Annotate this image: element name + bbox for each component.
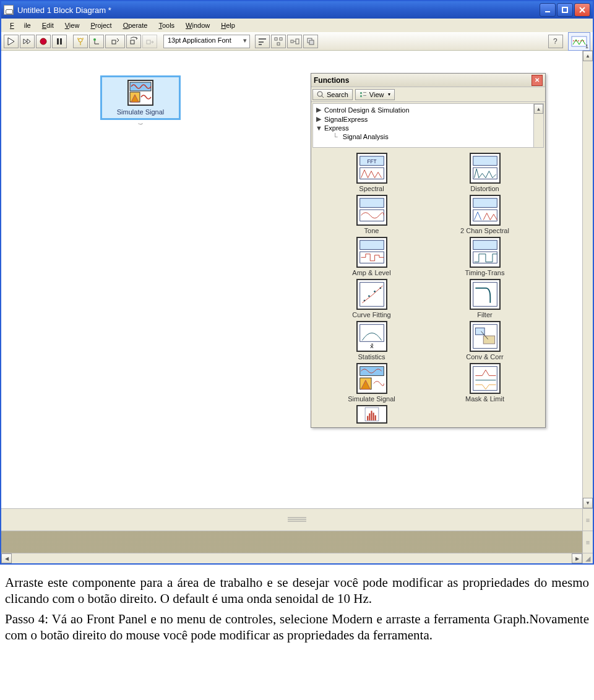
- scroll-left-arrow[interactable]: ◀: [1, 553, 12, 563]
- expand-chevron-icon[interactable]: ︾: [100, 121, 181, 129]
- svg-rect-20: [277, 43, 280, 45]
- step-out-button[interactable]: [142, 35, 157, 48]
- scroll-down-arrow[interactable]: ▼: [583, 498, 593, 508]
- svg-rect-46: [473, 241, 497, 250]
- resize-grip[interactable]: ◢: [582, 553, 593, 563]
- palette-view-button[interactable]: View▾: [355, 89, 395, 100]
- svg-rect-27: [130, 82, 151, 91]
- palette-close-button[interactable]: ✕: [532, 75, 543, 86]
- menu-file[interactable]: File: [5, 20, 36, 30]
- functions-palette[interactable]: Functions ✕ Search View▾ ▶Control Design…: [311, 73, 546, 428]
- highlight-exec-button[interactable]: [73, 35, 88, 48]
- svg-rect-37: [359, 168, 384, 179]
- scroll-right-arrow[interactable]: ▶: [572, 553, 582, 563]
- menu-window[interactable]: Window: [181, 20, 215, 30]
- tree-row-child[interactable]: └Signal Analysis: [314, 132, 542, 141]
- block-diagram-canvas[interactable]: ▲ ▼ Simulate Signal ︾: [1, 51, 593, 508]
- palette-item-tone[interactable]: Tone: [316, 195, 427, 234]
- horizontal-scrollbar[interactable]: ◀ ▶ ◢: [1, 553, 593, 563]
- distribute-button[interactable]: [271, 35, 286, 48]
- svg-rect-12: [112, 40, 116, 44]
- palette-item-partial[interactable]: [316, 405, 427, 424]
- svg-rect-19: [280, 38, 282, 40]
- splitter-grip[interactable]: ≡: [582, 509, 593, 531]
- menu-tools[interactable]: Tools: [153, 20, 179, 30]
- tree-row[interactable]: ▼Express: [314, 124, 542, 132]
- palette-search-button[interactable]: Search: [312, 89, 353, 100]
- secondary-pane[interactable]: ≡: [1, 531, 593, 553]
- palette-item-spectral[interactable]: FFTSpectral: [316, 153, 427, 192]
- run-button[interactable]: [4, 35, 19, 48]
- palette-tree[interactable]: ▶Control Design & Simulation ▶SignalExpr…: [312, 103, 544, 148]
- svg-point-11: [93, 38, 96, 41]
- svg-text:x̄: x̄: [370, 343, 374, 349]
- connector-pane-icon[interactable]: 1: [568, 32, 590, 51]
- font-selector[interactable]: 13pt Application Font: [163, 35, 250, 48]
- svg-rect-40: [359, 198, 384, 208]
- palette-titlebar[interactable]: Functions ✕: [311, 74, 545, 87]
- svg-rect-21: [291, 40, 293, 43]
- palette-item-amp-level[interactable]: Amp & Level: [316, 237, 427, 276]
- svg-line-30: [322, 96, 324, 98]
- scroll-up-arrow[interactable]: ▲: [583, 51, 593, 61]
- svg-point-50: [368, 295, 370, 297]
- svg-rect-13: [131, 40, 134, 44]
- svg-rect-34: [363, 95, 366, 96]
- svg-rect-48: [359, 283, 384, 307]
- tree-row[interactable]: ▶SignalExpress: [314, 114, 542, 124]
- svg-point-29: [317, 92, 322, 96]
- step-into-button[interactable]: [105, 35, 125, 48]
- app-icon: [4, 5, 14, 15]
- retain-wire-button[interactable]: [89, 35, 104, 48]
- reorder-button[interactable]: [303, 35, 318, 48]
- maximize-button[interactable]: [557, 3, 573, 17]
- menu-project[interactable]: Project: [85, 20, 116, 30]
- abort-button[interactable]: [36, 35, 51, 48]
- palette-item-statistics[interactable]: x̄Statistics: [316, 321, 427, 361]
- palette-item-filter[interactable]: Filter: [429, 279, 540, 318]
- svg-rect-16: [259, 41, 264, 43]
- icon-index: 1: [585, 43, 588, 49]
- minimize-button[interactable]: [540, 3, 556, 17]
- svg-rect-32: [363, 92, 366, 93]
- help-button[interactable]: ?: [548, 35, 563, 48]
- palette-item-simulate-signal[interactable]: Simulate Signal: [316, 363, 427, 403]
- tree-scrollbar[interactable]: ▲: [533, 104, 543, 147]
- tree-row[interactable]: ▶Control Design & Simulation: [314, 105, 542, 114]
- svg-rect-41: [359, 210, 384, 221]
- title-bar[interactable]: Untitled 1 Block Diagram *: [1, 1, 593, 19]
- menu-edit[interactable]: Edit: [37, 20, 59, 30]
- palette-item-distortion[interactable]: Distortion: [429, 153, 540, 192]
- svg-rect-53: [473, 283, 497, 307]
- splitter-handle[interactable]: [285, 515, 309, 524]
- palette-item-timing[interactable]: Timing-Trans: [429, 237, 540, 276]
- menu-view[interactable]: View: [60, 20, 85, 30]
- svg-rect-61: [473, 367, 497, 391]
- palette-item-2chan[interactable]: 2 Chan Spectral: [429, 195, 540, 234]
- window-title: Untitled 1 Block Diagram *: [17, 6, 540, 15]
- simulate-signal-icon: [127, 80, 153, 106]
- secondary-pane-grip[interactable]: ≡: [582, 531, 593, 553]
- menu-help[interactable]: Help: [216, 20, 240, 30]
- palette-item-conv-corr[interactable]: Conv & Corr: [429, 321, 540, 361]
- paragraph-1: Arraste este componente para a área de t…: [5, 574, 589, 607]
- simulate-signal-node[interactable]: Simulate Signal ︾: [100, 75, 181, 129]
- svg-rect-38: [473, 156, 497, 166]
- tree-scroll-up[interactable]: ▲: [534, 104, 543, 114]
- svg-rect-42: [473, 198, 497, 208]
- resize-button[interactable]: [287, 35, 302, 48]
- pause-button[interactable]: [52, 35, 67, 48]
- svg-rect-59: [359, 367, 384, 376]
- svg-rect-1: [562, 7, 567, 12]
- run-continuous-button[interactable]: [20, 35, 35, 48]
- palette-item-mask-limit[interactable]: Mask & Limit: [429, 363, 540, 403]
- close-button[interactable]: [574, 3, 590, 17]
- svg-rect-17: [259, 44, 262, 45]
- align-button[interactable]: [255, 35, 270, 48]
- menu-operate[interactable]: Operate: [118, 20, 153, 30]
- palette-item-curve-fitting[interactable]: Curve Fitting: [316, 279, 427, 318]
- step-over-button[interactable]: [126, 35, 141, 48]
- svg-rect-31: [360, 92, 362, 94]
- vertical-scrollbar[interactable]: ▲ ▼: [582, 51, 593, 508]
- svg-rect-64: [369, 413, 370, 420]
